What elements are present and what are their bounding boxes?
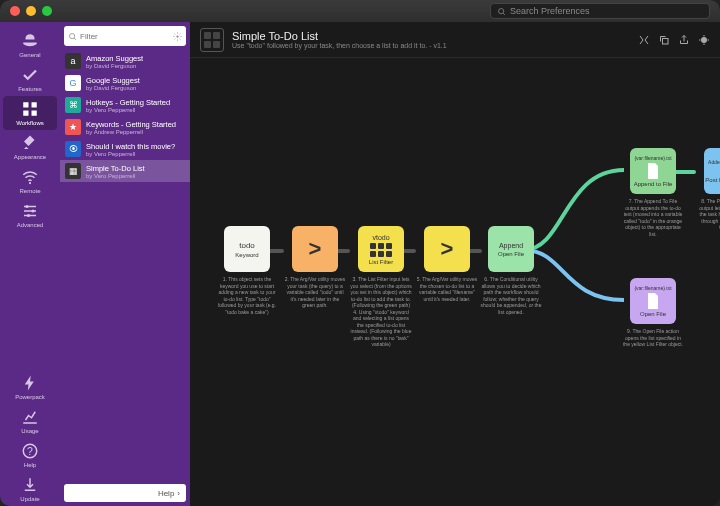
nav-appearance[interactable]: Appearance	[3, 130, 57, 164]
sliders-icon	[21, 202, 39, 220]
workflow-list-panel: aAmazon Suggestby David FergusonGGoogle …	[60, 22, 190, 506]
svg-point-6	[29, 182, 31, 184]
help-icon: ?	[21, 442, 39, 460]
nav-help[interactable]: ?Help	[3, 438, 57, 472]
workflow-author: by Vero Pepperrell	[86, 173, 145, 179]
check-icon	[21, 66, 39, 84]
close-window[interactable]	[10, 6, 20, 16]
caption: 5. The Arg/Var utility moves the chosen …	[416, 276, 478, 302]
nav-label: Workflows	[16, 120, 44, 126]
chart-icon	[21, 408, 39, 426]
nav-advanced[interactable]: Advanced	[3, 198, 57, 232]
minimize-window[interactable]	[26, 6, 36, 16]
zoom-window[interactable]	[42, 6, 52, 16]
workflow-author: by Vero Pepperrell	[86, 107, 170, 113]
gear-icon[interactable]	[173, 32, 182, 41]
node-keyword[interactable]: todoKeyword 1. This object sets the keyw…	[216, 226, 278, 315]
workflow-author: by Vero Pepperrell	[86, 151, 175, 157]
workflow-icon: a	[65, 53, 81, 69]
workflow-item[interactable]: ▦Simple To-Do Listby Vero Pepperrell	[60, 160, 190, 182]
titlebar: Search Preferences	[0, 0, 720, 22]
workflow-subtitle: Use "todo" followed by your task, then c…	[232, 42, 447, 49]
svg-rect-4	[23, 111, 28, 116]
wifi-icon	[21, 168, 39, 186]
node-open-file[interactable]: {var:filename}.txtOpen File 9. The Open …	[622, 278, 684, 348]
share-icon[interactable]	[678, 34, 690, 46]
workflow-item[interactable]: aAmazon Suggestby David Ferguson	[60, 50, 190, 72]
workflow-icon: ⦿	[65, 141, 81, 157]
svg-line-13	[74, 38, 76, 40]
nav-label: General	[19, 52, 40, 58]
nav-features[interactable]: Features	[3, 62, 57, 96]
workflow-list: aAmazon Suggestby David FergusonGGoogle …	[60, 50, 190, 480]
workflow-title: Simple To-Do List	[86, 164, 145, 173]
workflow-icon: ★	[65, 119, 81, 135]
svg-point-0	[499, 8, 504, 13]
sidebar-nav: GeneralFeaturesWorkflowsAppearanceRemote…	[0, 22, 60, 506]
caption: 8. The Post Notification output lets you…	[696, 198, 720, 231]
nav-workflows[interactable]: Workflows	[3, 96, 57, 130]
nav-label: Help	[24, 462, 36, 468]
nav-label: Appearance	[14, 154, 46, 160]
caption: 6. The Conditional utility allows you to…	[480, 276, 542, 315]
workflow-author: by David Ferguson	[86, 85, 140, 91]
svg-point-7	[26, 205, 29, 208]
svg-rect-5	[32, 111, 37, 116]
grid-icon	[21, 100, 39, 118]
workflow-canvas[interactable]: todoKeyword 1. This object sets the keyw…	[190, 58, 720, 506]
node-argvar-1[interactable]: > 2. The Arg/Var utility moves your task…	[284, 226, 346, 309]
debug-icon[interactable]	[698, 34, 710, 46]
workflow-title: Simple To-Do List	[232, 30, 447, 42]
caption: 2. The Arg/Var utility moves your task (…	[284, 276, 346, 309]
nav-label: Powerpack	[15, 394, 45, 400]
workflow-title: Should I watch this movie?	[86, 142, 175, 151]
nav-remote[interactable]: Remote	[3, 164, 57, 198]
workflow-canvas-area: Simple To-Do List Use "todo" followed by…	[190, 22, 720, 506]
workflow-title: Google Suggest	[86, 76, 140, 85]
canvas-tools	[638, 34, 710, 46]
workflow-item[interactable]: ⌘Hotkeys - Getting Startedby Vero Pepper…	[60, 94, 190, 116]
search-icon	[497, 7, 506, 16]
svg-point-8	[32, 210, 35, 213]
variables-icon[interactable]	[638, 34, 650, 46]
nav-general[interactable]: General	[3, 28, 57, 62]
chevron-right-icon: ›	[177, 489, 180, 498]
help-button[interactable]: Help ›	[64, 484, 186, 502]
caption: 3. The List Filter input lets you select…	[350, 276, 412, 348]
node-append-file[interactable]: {var:filename}.txtAppend to File 7. The …	[622, 148, 684, 237]
download-icon	[21, 476, 39, 494]
filter-input[interactable]	[80, 32, 170, 41]
nav-label: Advanced	[17, 222, 44, 228]
workflow-item[interactable]: GGoogle Suggestby David Ferguson	[60, 72, 190, 94]
search-preferences[interactable]: Search Preferences	[490, 3, 710, 19]
file-icon	[646, 293, 660, 309]
svg-rect-2	[23, 102, 28, 107]
node-notification[interactable]: Added task to {...Post Notification 8. T…	[696, 148, 720, 231]
workflow-icon	[200, 28, 224, 52]
hat-icon	[21, 32, 39, 50]
svg-text:?: ?	[27, 445, 33, 457]
svg-point-14	[176, 35, 178, 37]
svg-point-12	[70, 33, 75, 38]
svg-line-1	[503, 13, 505, 15]
nav-usage[interactable]: Usage	[3, 404, 57, 438]
nav-update[interactable]: Update	[3, 472, 57, 506]
filter-bar[interactable]	[64, 26, 186, 46]
nav-label: Remote	[19, 188, 40, 194]
workflow-title: Keywords - Getting Started	[86, 120, 176, 129]
workflow-item[interactable]: ★Keywords - Getting Startedby Andrew Pep…	[60, 116, 190, 138]
workflow-title: Amazon Suggest	[86, 54, 143, 63]
workflow-icon: ⌘	[65, 97, 81, 113]
workflow-item[interactable]: ⦿Should I watch this movie?by Vero Peppe…	[60, 138, 190, 160]
brush-icon	[21, 134, 39, 152]
node-list-filter[interactable]: vtodoList Filter 3. The List Filter inpu…	[350, 226, 412, 348]
node-conditional[interactable]: AppendOpen File 6. The Conditional utili…	[480, 226, 542, 315]
node-argvar-2[interactable]: > 5. The Arg/Var utility moves the chose…	[416, 226, 478, 302]
bolt-icon	[21, 374, 39, 392]
duplicate-icon[interactable]	[658, 34, 670, 46]
search-placeholder: Search Preferences	[510, 6, 590, 16]
traffic-lights	[10, 6, 52, 16]
svg-rect-15	[663, 38, 669, 44]
nav-powerpack[interactable]: Powerpack	[3, 370, 57, 404]
caption: 9. The Open File action opens the list s…	[622, 328, 684, 348]
